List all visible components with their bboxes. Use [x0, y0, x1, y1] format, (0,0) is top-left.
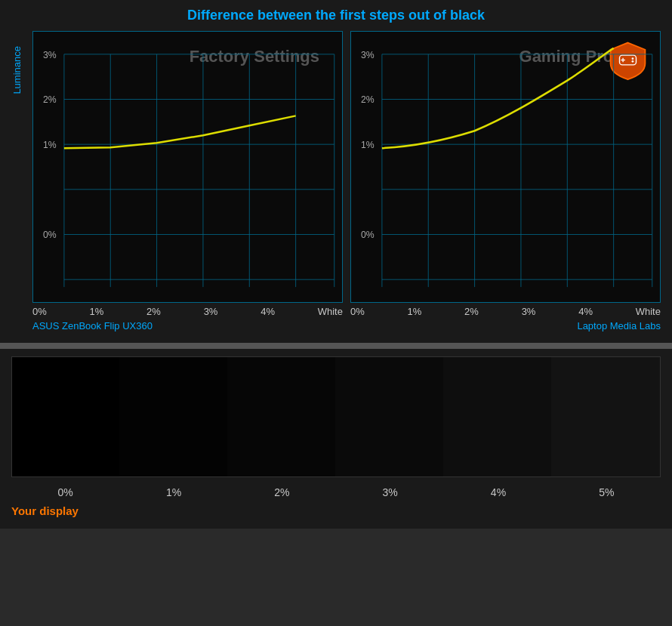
your-display-chart [11, 356, 661, 477]
chart2-wrapper: Gaming Profile [350, 31, 661, 332]
svg-rect-42 [335, 357, 443, 476]
x-label-white: White [636, 306, 661, 317]
bottom-x-labels: 0% 1% 2% 3% 4% 5% [11, 483, 661, 501]
bottom-section: 0% 1% 2% 3% 4% 5% Your display [0, 349, 672, 529]
chart1-bottom-label: ASUS ZenBook Flip UX360 [32, 320, 343, 332]
svg-rect-44 [550, 357, 660, 476]
x-label: 4% [260, 306, 275, 317]
chart-title: Difference between the first steps out o… [11, 8, 661, 23]
x-label: 3% [204, 306, 218, 317]
bottom-x-label: 4% [491, 486, 506, 498]
x-label: 2% [146, 306, 161, 317]
x-label: 2% [464, 306, 479, 317]
chart2-curve [351, 32, 660, 302]
charts-row: Luminance Factory Settings [11, 31, 661, 332]
x-label: 0% [350, 306, 365, 317]
x-label: 1% [408, 306, 422, 317]
y-axis-label: Luminance [11, 31, 25, 109]
chart2-container: Gaming Profile [350, 31, 661, 303]
x-label: 4% [578, 306, 593, 317]
chart1-container: Factory Settings [32, 31, 343, 303]
your-display-label: Your display [11, 504, 661, 517]
chart2-x-labels: 0% 1% 2% 3% 4% White [350, 303, 661, 317]
top-section: Difference between the first steps out o… [0, 0, 672, 343]
display-chart-svg [12, 357, 660, 476]
section-divider [0, 343, 672, 349]
bottom-x-label: 2% [274, 486, 289, 498]
bottom-x-label: 1% [166, 486, 181, 498]
svg-rect-41 [227, 357, 335, 476]
x-label: 1% [90, 306, 104, 317]
bottom-x-label: 5% [599, 486, 614, 498]
chart1-curve [33, 32, 342, 302]
chart1-x-labels: 0% 1% 2% 3% 4% White [32, 303, 343, 317]
svg-rect-43 [443, 357, 551, 476]
chart2-bottom-label: Laptop Media Labs [350, 320, 661, 332]
chart1-wrapper: Factory Settings [32, 31, 343, 332]
svg-rect-39 [12, 357, 120, 476]
x-label-white: White [318, 306, 343, 317]
bottom-x-label: 3% [383, 486, 398, 498]
bottom-x-label: 0% [58, 486, 73, 498]
x-label: 3% [522, 306, 536, 317]
svg-rect-40 [120, 357, 228, 476]
x-label: 0% [32, 306, 47, 317]
